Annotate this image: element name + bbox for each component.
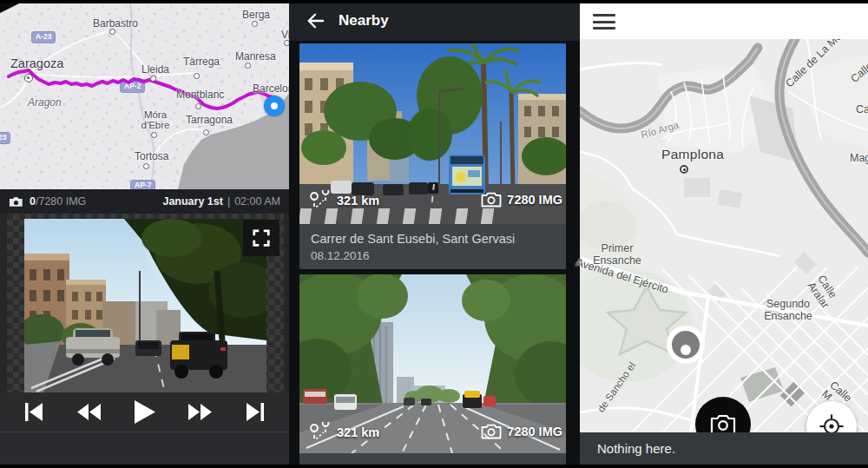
city-label-manresa: Manresa [235,51,276,63]
fast-forward-icon [188,404,212,420]
card-address: Carrer de Sant Eusebi, Sant Gervasi [311,232,555,246]
driving-session-panel: A-23 AP-2 A-23 AP-7 Zaragoza Barbastro B… [0,0,289,468]
top-bezel [0,0,868,3]
date-time-separator: | [227,195,230,208]
city-dot-tortosa [143,163,149,169]
fullscreen-button[interactable] [243,220,279,256]
city-label-berga: Berga [242,10,270,21]
back-button[interactable] [302,8,328,34]
camera-icon [9,196,23,208]
playback-controls [0,392,289,432]
image-count-value: 7280 IMG [507,425,562,438]
bottom-bezel [0,465,868,468]
region-label-aragon: Aragon [28,97,62,109]
session-date: January 1st [162,195,222,208]
route-map[interactable]: A-23 AP-2 A-23 AP-7 Zaragoza Barbastro B… [0,3,289,189]
fullscreen-icon [252,228,271,247]
image-count-value: 7280 IMG [507,193,562,207]
route-distance-icon [309,190,332,211]
seek-bar [0,432,289,465]
image-counter-total: /7280 IMG [36,195,86,208]
image-count-badge: 7280 IMG [481,424,562,439]
route-distance-icon [309,422,332,443]
city-dot-lleida [150,76,156,82]
play-icon [135,400,155,424]
place-marker-pamplona [680,165,688,174]
city-label-vic: Vic [281,30,289,41]
photo-van [334,394,357,410]
app-screen: A-23 AP-2 A-23 AP-7 Zaragoza Barbastro B… [0,0,868,468]
city-dot-tarragona [203,129,209,135]
distance-value: 321 km [337,425,379,439]
map-header [580,3,868,39]
city-label-montblanc: Montblanc [176,89,224,101]
nearby-title: Nearby [339,12,389,30]
city-label-tortosa: Tortosa [135,151,168,162]
capture-status-bar: 0 /7280 IMG January 1st | 02:00 AM [0,189,289,214]
city-label-mora-debre: Móra d'Ebre [136,109,174,130]
skip-previous-icon [24,403,43,421]
image-count-badge: 7280 IMG [481,192,562,208]
image-counter-current: 0 [30,195,36,208]
skip-next-button[interactable] [240,398,270,427]
fast-forward-button[interactable] [185,398,214,427]
nearby-header: Nearby [289,0,580,41]
session-time: 02:00 AM [234,195,280,208]
place-label-pamplona: Pamplona [661,147,724,161]
rewind-button[interactable] [75,398,104,427]
dashcam-frame-photo[interactable] [24,219,266,392]
city-dot-mora-debre [151,132,157,138]
street-label-mago: Mago [850,153,868,165]
distance-value: 321 km [337,194,379,208]
skip-previous-button[interactable] [19,398,49,427]
camera-count-icon [481,192,502,208]
nearby-card-caption[interactable]: Carrer de Sant Eusebi, Sant Gervasi 08.1… [299,224,566,269]
current-position-marker[interactable] [264,96,285,116]
city-label-lleida: Lleida [141,64,169,76]
city-label-barcelona: Barcelona [253,83,289,95]
play-button[interactable] [130,398,160,427]
city-dot-montblanc [195,103,201,109]
rewind-icon [77,404,101,420]
menu-button[interactable] [593,14,617,31]
city-marker-zaragoza [24,74,33,82]
city-dot-barbastro [109,29,115,35]
photo-red-bus [303,389,327,404]
empty-state-text: Nothing here. [597,441,675,456]
city-label-tarragona: Tarragona [186,115,233,126]
street-label-car: Car [856,104,868,116]
nearby-card-caption-partial[interactable] [299,453,566,465]
skip-next-icon [246,403,265,421]
city-dot-manresa [245,63,251,69]
city-label-tarrega: Tàrrega [183,56,220,68]
camera-count-icon [481,424,502,439]
hamburger-icon [593,14,615,16]
photo-bus [449,155,485,194]
distance-badge: 321 km [309,422,379,443]
distance-badge: 321 km [309,190,379,211]
city-dot-berga [252,21,258,27]
city-dot-tarrega [194,73,200,79]
screen-corner-wedge [0,3,19,13]
empty-state-bar: Nothing here. [580,432,868,465]
city-label-zaragoza: Zaragoza [10,57,63,70]
card-date: 08.12.2016 [311,249,555,262]
back-arrow-icon [306,12,325,30]
city-label-barbastro: Barbastro [93,18,138,30]
